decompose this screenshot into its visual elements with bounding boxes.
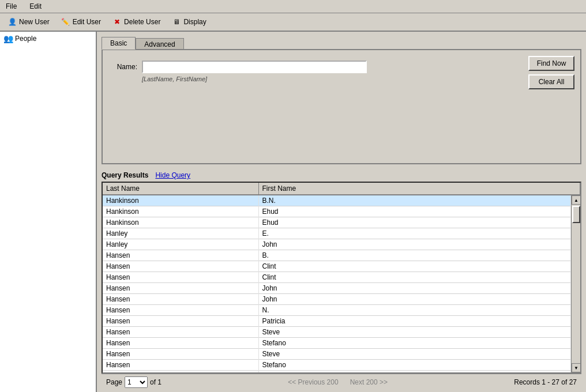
display-label: Display bbox=[183, 18, 206, 26]
cell-lastname: Hansen bbox=[103, 327, 258, 338]
table-row[interactable]: HansenN. bbox=[103, 305, 571, 316]
of-label: of 1 bbox=[150, 378, 161, 386]
hide-query-link[interactable]: Hide Query bbox=[155, 171, 190, 179]
name-label: Name: bbox=[108, 63, 137, 71]
scroll-up-arrow[interactable]: ▲ bbox=[572, 195, 580, 205]
table-row[interactable]: HansenB. bbox=[103, 250, 571, 261]
table-row[interactable]: HansenJohn bbox=[103, 283, 571, 294]
scroll-thumb-area bbox=[572, 205, 580, 363]
cell-lastname: Hansen bbox=[103, 272, 258, 283]
table-row[interactable]: HankinsonEhud bbox=[103, 217, 571, 228]
scroll-down-arrow[interactable]: ▼ bbox=[572, 363, 580, 372]
scroll-thumb[interactable] bbox=[572, 206, 580, 223]
menu-bar: File Edit bbox=[0, 0, 586, 13]
edit-user-label: Edit User bbox=[73, 18, 101, 26]
action-buttons: Find Now Clear All bbox=[528, 56, 574, 89]
cell-lastname: Hansen bbox=[103, 261, 258, 272]
cell-firstname: Steve bbox=[258, 349, 571, 360]
main-layout: 👥 People Basic Advanced Name: [LastName,… bbox=[0, 32, 586, 392]
table-row[interactable]: HansenStefano bbox=[103, 338, 571, 349]
cell-firstname: Clint bbox=[258, 272, 571, 283]
cell-lastname: Hanley bbox=[103, 228, 258, 239]
table-row[interactable]: HansenPatricia bbox=[103, 316, 571, 327]
cell-lastname: Hanson bbox=[103, 371, 258, 373]
pagination-bar: Page 1 of 1 << Previous 200 Next 200 >> … bbox=[102, 374, 581, 390]
query-results-area: Query Results Hide Query Last Name First… bbox=[97, 169, 586, 392]
cell-lastname: Hankinson bbox=[103, 206, 258, 217]
delete-user-icon: ✖ bbox=[112, 17, 122, 27]
people-icon: 👥 bbox=[3, 34, 13, 43]
table-row[interactable]: HansenJohn bbox=[103, 294, 571, 305]
new-user-button[interactable]: 👤 New User bbox=[2, 15, 55, 29]
scroll-wrapper: HankinsonB.N.HankinsonEhudHankinsonEhudH… bbox=[103, 195, 580, 372]
toolbar: 👤 New User ✏️ Edit User ✖ Delete User 🖥 … bbox=[0, 13, 586, 32]
find-now-button[interactable]: Find Now bbox=[528, 56, 574, 71]
cell-lastname: Hansen bbox=[103, 349, 258, 360]
name-field-row: Name: bbox=[108, 61, 574, 73]
edit-user-button[interactable]: ✏️ Edit User bbox=[56, 15, 106, 29]
table-row[interactable]: HansenSteve bbox=[103, 349, 571, 360]
menu-file[interactable]: File bbox=[2, 1, 20, 12]
tab-content: Name: [LastName, FirstName] Find Now Cle… bbox=[102, 49, 581, 164]
results-container: Last Name First Name HankinsonB.N.Hankin… bbox=[102, 182, 581, 374]
tab-basic[interactable]: Basic bbox=[102, 37, 136, 50]
cell-firstname: John bbox=[258, 283, 571, 294]
cell-lastname: Hansen bbox=[103, 316, 258, 327]
scrollbar[interactable]: ▲ ▼ bbox=[571, 195, 580, 372]
cell-firstname: Patricia bbox=[258, 316, 571, 327]
query-results-title: Query Results bbox=[102, 171, 148, 179]
table-scroll[interactable]: HankinsonB.N.HankinsonEhudHankinsonEhudH… bbox=[103, 195, 571, 372]
table-row[interactable]: HanleyJohn bbox=[103, 239, 571, 250]
display-button[interactable]: 🖥 Display bbox=[167, 15, 211, 29]
edit-user-icon: ✏️ bbox=[61, 17, 70, 27]
results-table: Last Name First Name bbox=[103, 183, 580, 195]
new-user-label: New User bbox=[19, 18, 50, 26]
cell-lastname: Hansen bbox=[103, 294, 258, 305]
results-body-table: HankinsonB.N.HankinsonEhudHankinsonEhudH… bbox=[103, 195, 571, 372]
cell-lastname: Hansen bbox=[103, 250, 258, 261]
delete-user-button[interactable]: ✖ Delete User bbox=[107, 15, 166, 29]
table-row[interactable]: HansenSteve bbox=[103, 327, 571, 338]
table-row[interactable]: HansenClint bbox=[103, 272, 571, 283]
cell-lastname: Hansen bbox=[103, 283, 258, 294]
prev-page-link[interactable]: << Previous 200 bbox=[288, 378, 338, 386]
col-header-firstname: First Name bbox=[258, 183, 580, 195]
tab-strip: Basic Advanced bbox=[102, 36, 581, 49]
results-tbody: HankinsonB.N.HankinsonEhudHankinsonEhudH… bbox=[103, 195, 571, 372]
cell-lastname: Hanley bbox=[103, 239, 258, 250]
query-header: Query Results Hide Query bbox=[102, 171, 581, 179]
cell-firstname: John bbox=[258, 239, 571, 250]
col-header-lastname: Last Name bbox=[103, 183, 258, 195]
cell-firstname: A.C. bbox=[258, 371, 571, 373]
table-header-row: Last Name First Name bbox=[103, 183, 580, 195]
table-row[interactable]: HanleyE. bbox=[103, 228, 571, 239]
content-area: Basic Advanced Name: [LastName, FirstNam… bbox=[97, 32, 586, 392]
table-row[interactable]: HansenClint bbox=[103, 261, 571, 272]
name-input[interactable] bbox=[142, 61, 367, 73]
cell-firstname: Stefano bbox=[258, 338, 571, 349]
cell-firstname: N. bbox=[258, 305, 571, 316]
cell-firstname: Ehud bbox=[258, 217, 571, 228]
cell-firstname: Clint bbox=[258, 261, 571, 272]
menu-edit[interactable]: Edit bbox=[26, 1, 45, 12]
page-select[interactable]: 1 bbox=[125, 376, 148, 388]
cell-lastname: Hansen bbox=[103, 305, 258, 316]
table-row[interactable]: HankinsonEhud bbox=[103, 206, 571, 217]
cell-firstname: Stefano bbox=[258, 360, 571, 371]
table-row[interactable]: HankinsonB.N. bbox=[103, 195, 571, 206]
table-row[interactable]: HansonA.C. bbox=[103, 371, 571, 373]
new-user-icon: 👤 bbox=[7, 17, 17, 27]
cell-firstname: John bbox=[258, 294, 571, 305]
sidebar-item-people[interactable]: 👥 People bbox=[0, 32, 96, 46]
page-label: Page bbox=[106, 378, 122, 386]
tab-advanced[interactable]: Advanced bbox=[136, 38, 183, 50]
cell-firstname: B. bbox=[258, 250, 571, 261]
cell-firstname: E. bbox=[258, 228, 571, 239]
next-page-link[interactable]: Next 200 >> bbox=[350, 378, 388, 386]
clear-all-button[interactable]: Clear All bbox=[528, 74, 574, 89]
sidebar-people-label: People bbox=[15, 35, 36, 43]
page-nav-links: << Previous 200 Next 200 >> bbox=[288, 378, 388, 386]
table-row[interactable]: HansenStefano bbox=[103, 360, 571, 371]
sidebar: 👥 People bbox=[0, 32, 97, 392]
cell-firstname: Steve bbox=[258, 327, 571, 338]
